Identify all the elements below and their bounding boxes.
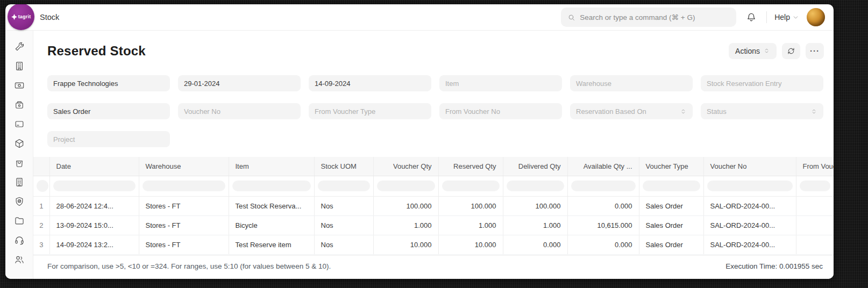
select-all-circle[interactable] (37, 180, 48, 192)
column-header-item[interactable]: Item (229, 157, 314, 176)
from-date-filter[interactable]: 29-01-2024 (178, 75, 301, 91)
column-filter-cell[interactable] (373, 176, 438, 196)
status-filter[interactable]: Status (701, 103, 823, 119)
column-filter-cell[interactable] (639, 176, 703, 196)
column-filter-cell[interactable] (49, 176, 139, 196)
column-filter-cell[interactable] (438, 176, 503, 196)
table-row[interactable]: 213-09-2024 15:0...Stores - FTBicycleNos… (33, 215, 834, 235)
actions-button[interactable]: Actions (729, 43, 777, 59)
sidebar-item-building[interactable] (14, 61, 25, 71)
to-date-filter[interactable]: 14-09-2024 (309, 75, 431, 91)
help-menu[interactable]: Help (774, 13, 799, 21)
tagrit-logo[interactable]: tagrit (8, 4, 34, 30)
column-header-stock-uom[interactable]: Stock UOM (314, 157, 373, 176)
sidebar-item-credit-card[interactable] (14, 119, 25, 129)
cell-warehouse[interactable]: Stores - FT (139, 196, 229, 215)
cell-stock-uom[interactable]: Nos (314, 196, 373, 215)
breadcrumb[interactable]: Stock (40, 13, 59, 21)
cell-voucher-type[interactable]: Sales Order (639, 235, 703, 254)
cell-available-qty[interactable]: 10,615.000 (567, 215, 639, 235)
sidebar-item-users[interactable] (14, 254, 25, 265)
cell-item[interactable]: Test Reserve item (229, 235, 314, 254)
item-filter[interactable]: Item (439, 75, 562, 91)
column-filter-input[interactable] (643, 181, 700, 191)
cell-date[interactable]: 14-09-2024 13:2... (49, 235, 139, 254)
from-voucher-no-filter[interactable]: From Voucher No (439, 103, 562, 119)
cell-voucher-no[interactable]: SAL-ORD-2024-00... (703, 235, 796, 254)
sidebar-item-building-2[interactable] (14, 177, 25, 188)
column-filter-input[interactable] (507, 181, 564, 191)
column-header-voucher-qty[interactable]: Voucher Qty (373, 157, 438, 176)
cell-delivered-qty[interactable]: 1.000 (503, 215, 567, 235)
sidebar-item-headset[interactable] (14, 235, 25, 246)
sidebar-item-shopping-bag[interactable] (14, 157, 25, 168)
sidebar-item-package[interactable] (14, 138, 25, 149)
warehouse-filter[interactable]: Warehouse (570, 75, 693, 91)
cell-voucher-no[interactable]: SAL-ORD-2024-00... (703, 196, 796, 215)
column-filter-cell[interactable] (567, 176, 639, 196)
table-row[interactable]: 314-09-2024 13:2...Stores - FTTest Reser… (33, 235, 834, 254)
cell-stock-uom[interactable]: Nos (314, 215, 373, 235)
cell-available-qty[interactable]: 0.000 (567, 196, 639, 215)
cell-voucher-qty[interactable]: 100.000 (373, 196, 438, 215)
cell-voucher-type[interactable]: Sales Order (639, 196, 703, 215)
reservation-based-on-filter[interactable]: Reservation Based On (570, 103, 693, 119)
column-filter-cell[interactable] (796, 176, 834, 196)
select-all-cell[interactable] (33, 176, 49, 196)
cell-warehouse[interactable]: Stores - FT (139, 235, 229, 254)
column-header-date[interactable]: Date (49, 157, 139, 176)
menu-button[interactable]: ··· (806, 43, 824, 59)
column-filter-input[interactable] (707, 181, 793, 191)
sidebar-item-cash-register[interactable] (14, 99, 25, 110)
cell-item[interactable]: Bicycle (229, 215, 314, 235)
column-filter-input[interactable] (318, 181, 370, 191)
column-filter-cell[interactable] (314, 176, 373, 196)
column-header-delivered-qty[interactable]: Delivered Qty (503, 157, 567, 176)
company-filter[interactable]: Frappe Technologies (47, 75, 170, 91)
refresh-button[interactable] (782, 43, 800, 59)
cell-reserved-qty[interactable]: 10.000 (438, 235, 503, 254)
cell-from-vouc[interactable] (796, 235, 834, 254)
voucher-type-filter[interactable]: Sales Order (47, 103, 170, 119)
cell-reserved-qty[interactable]: 1.000 (438, 215, 503, 235)
user-avatar[interactable] (807, 8, 825, 26)
column-filter-cell[interactable] (229, 176, 314, 196)
cell-delivered-qty[interactable]: 0.000 (503, 235, 567, 254)
cell-warehouse[interactable]: Stores - FT (139, 215, 229, 235)
sidebar-item-folder[interactable] (14, 215, 25, 226)
cell-stock-uom[interactable]: Nos (314, 235, 373, 254)
column-header-available-qty[interactable]: Available Qty ... (567, 157, 639, 176)
column-filter-cell[interactable] (703, 176, 796, 196)
column-header-voucher-type[interactable]: Voucher Type (639, 157, 703, 176)
column-filter-input[interactable] (53, 181, 136, 191)
cell-voucher-qty[interactable]: 1.000 (373, 215, 438, 235)
cell-voucher-type[interactable]: Sales Order (639, 215, 703, 235)
global-search[interactable] (561, 8, 736, 27)
from-voucher-type-filter[interactable]: From Voucher Type (309, 103, 431, 119)
column-filter-input[interactable] (800, 181, 831, 191)
cell-reserved-qty[interactable]: 100.000 (438, 196, 503, 215)
voucher-no-filter[interactable]: Voucher No (178, 103, 301, 119)
cell-voucher-qty[interactable]: 10.000 (373, 235, 438, 254)
sidebar-item-tools[interactable] (14, 41, 25, 52)
column-filter-input[interactable] (232, 181, 311, 191)
column-filter-input[interactable] (377, 181, 435, 191)
column-header-voucher-no[interactable]: Voucher No (703, 157, 796, 176)
table-row[interactable]: 128-06-2024 12:4...Stores - FTTest Stock… (33, 196, 834, 215)
column-header-from-vouc[interactable]: From Vouc (796, 157, 834, 176)
project-filter[interactable]: Project (47, 131, 170, 147)
column-filter-input[interactable] (571, 181, 636, 191)
search-input[interactable] (580, 13, 730, 21)
cell-voucher-no[interactable]: SAL-ORD-2024-00... (703, 215, 796, 235)
column-filter-cell[interactable] (503, 176, 567, 196)
cell-available-qty[interactable]: 0.000 (567, 235, 639, 254)
stock-reservation-entry-filter[interactable]: Stock Reservation Entry (701, 75, 823, 91)
column-header-warehouse[interactable]: Warehouse (139, 157, 229, 176)
notifications-button[interactable] (744, 10, 759, 25)
cell-item[interactable]: Test Stock Reserva... (229, 196, 314, 215)
cell-date[interactable]: 28-06-2024 12:4... (49, 196, 139, 215)
cell-from-vouc[interactable] (796, 215, 834, 235)
column-filter-cell[interactable] (139, 176, 229, 196)
sidebar-item-money[interactable] (14, 80, 25, 91)
cell-date[interactable]: 13-09-2024 15:0... (49, 215, 139, 235)
